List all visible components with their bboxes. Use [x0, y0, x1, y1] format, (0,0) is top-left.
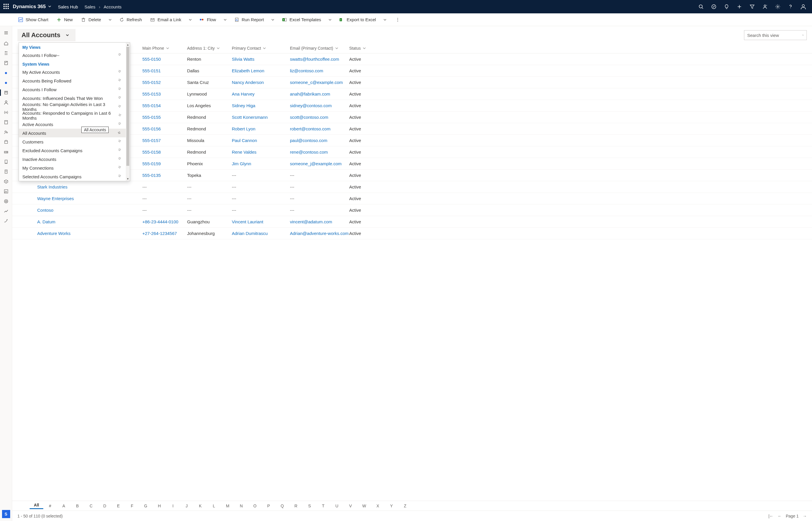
account-name-link[interactable]: A. Datum [37, 219, 142, 224]
pin-icon[interactable] [117, 156, 123, 163]
alpha-filter[interactable]: W [357, 503, 371, 508]
pin-icon[interactable] [117, 165, 123, 171]
view-option[interactable]: Customers [19, 137, 126, 146]
alpha-filter[interactable]: K [194, 503, 207, 508]
contact-cell[interactable]: Slivia Watts [232, 56, 290, 62]
view-option[interactable]: My Connections [19, 163, 126, 172]
col-status[interactable]: Status [349, 46, 378, 50]
more-commands-button[interactable] [393, 15, 402, 25]
email-cell[interactable]: someone_c@example.com [290, 80, 349, 85]
table-row[interactable]: 555-0150RentonSlivia Wattsswatts@fourthc… [12, 53, 812, 65]
lightbulb-icon[interactable] [720, 0, 733, 13]
rail-forecasts-icon[interactable] [0, 186, 12, 196]
alpha-filter[interactable]: Q [275, 503, 289, 508]
pin-icon[interactable] [117, 77, 123, 84]
delete-button[interactable]: Delete [77, 15, 104, 25]
rail-leads-icon[interactable] [0, 127, 12, 137]
table-row[interactable]: 555-0152Santa CruzNancy Andersonsomeone_… [12, 77, 812, 88]
table-row[interactable]: 555-0151DallasElizabeth Lemonliz@contoso… [12, 65, 812, 77]
alpha-filter[interactable]: S [303, 503, 316, 508]
table-row[interactable]: 555-0156RedmondRobert Lyonrobert@contoso… [12, 123, 812, 135]
alpha-filter[interactable]: T [316, 503, 330, 508]
breadcrumb-root[interactable]: Sales [85, 4, 96, 9]
rail-home-icon[interactable] [0, 38, 12, 48]
email-cell[interactable]: Adrian@adventure-works.com [290, 231, 349, 236]
alpha-filter[interactable]: G [139, 503, 153, 508]
email-cell[interactable]: rene@contoso.com [290, 150, 349, 155]
view-option[interactable]: Inactive Accounts [19, 155, 126, 163]
view-option[interactable]: Excluded Accounts Campaigns [19, 146, 126, 155]
run-report-split[interactable] [268, 15, 277, 25]
rail-goals-icon[interactable] [0, 196, 12, 206]
pin-icon[interactable] [117, 173, 123, 180]
table-row[interactable]: Adventure Works+27-264-1234567Johannesbu… [12, 228, 812, 239]
table-row[interactable]: 555-0157MissoulaPaul Cannonpaul@contoso.… [12, 135, 812, 146]
alpha-filter[interactable]: H [153, 503, 166, 508]
rail-pinned-icon[interactable] [0, 58, 12, 68]
refresh-button[interactable]: Refresh [116, 15, 145, 25]
view-option[interactable]: Accounts: No Campaign Activities in Last… [19, 103, 126, 111]
contact-cell[interactable]: Robert Lyon [232, 126, 290, 131]
phone-cell[interactable]: 555-0154 [142, 103, 187, 108]
scroll-thumb[interactable] [127, 47, 129, 166]
phone-cell[interactable]: 555-0150 [142, 56, 187, 62]
alpha-filter[interactable]: # [43, 503, 57, 508]
dropdown-scrollbar[interactable]: ▲ ▼ [126, 43, 130, 181]
help-icon[interactable] [784, 0, 797, 13]
view-option[interactable]: Active Accounts [19, 120, 126, 129]
prev-page-icon[interactable]: ← [778, 514, 782, 518]
pin-icon[interactable] [117, 147, 123, 154]
email-cell[interactable]: paul@contoso.com [290, 138, 349, 143]
alpha-filter[interactable]: I [166, 503, 180, 508]
view-option[interactable]: My Active Accounts [19, 68, 126, 76]
table-row[interactable]: 555-0135Topeka------Active [12, 169, 812, 181]
pin-icon[interactable] [117, 86, 123, 93]
contact-cell[interactable]: Scott Konersmann [232, 115, 290, 120]
phone-cell[interactable]: 555-0153 [142, 91, 187, 96]
pin-icon[interactable] [117, 95, 123, 101]
email-link-button[interactable]: Email a Link [146, 15, 185, 25]
pin-icon[interactable] [117, 138, 123, 145]
table-row[interactable]: 555-0154Los AngelesSidney Higasidney@con… [12, 100, 812, 112]
col-main-phone[interactable]: Main Phone [142, 46, 187, 50]
rail-competitors-icon[interactable] [0, 147, 12, 157]
scroll-down-icon[interactable]: ▼ [126, 177, 130, 181]
email-cell[interactable]: vincent@adatum.com [290, 219, 349, 224]
phone-cell[interactable]: 555-0135 [142, 173, 187, 178]
pin-icon[interactable] [118, 131, 122, 135]
contact-cell[interactable]: Ana Harvey [232, 91, 290, 96]
flow-button[interactable]: Flow [196, 15, 220, 25]
col-email[interactable]: Email (Primary Contact) [290, 46, 349, 50]
view-option[interactable]: Accounts I Follow-- [19, 51, 126, 60]
assistant-icon[interactable] [759, 0, 771, 13]
table-row[interactable]: Contoso------------Active [12, 204, 812, 216]
alpha-filter[interactable]: O [248, 503, 262, 508]
view-option[interactable]: Accounts: Influenced Deals That We Won [19, 94, 126, 103]
contact-cell[interactable]: Elizabeth Lemon [232, 68, 290, 73]
search-icon[interactable] [695, 0, 707, 13]
alpha-filter[interactable]: Y [385, 503, 398, 508]
alpha-filter[interactable]: P [262, 503, 275, 508]
contact-cell[interactable]: Adrian Dumitrascu [232, 231, 290, 236]
phone-cell[interactable]: 555-0151 [142, 68, 187, 73]
delete-split[interactable] [106, 15, 114, 25]
email-link-split[interactable] [186, 15, 195, 25]
table-row[interactable]: 555-0158RedmondRene Valdesrene@contoso.c… [12, 146, 812, 158]
account-name-link[interactable]: Adventure Works [37, 231, 142, 236]
view-option[interactable]: Accounts Being Followed [19, 76, 126, 85]
email-cell[interactable]: swatts@fourthcoffee.com [290, 56, 349, 62]
alpha-filter[interactable]: R [289, 503, 303, 508]
email-cell[interactable]: scott@contoso.com [290, 115, 349, 120]
view-option[interactable]: Accounts: Responded to Campaigns in Last… [19, 111, 126, 120]
email-cell[interactable]: liz@contoso.com [290, 68, 349, 73]
account-name-link[interactable]: Wayne Enterprises [37, 196, 142, 201]
search-view-box[interactable] [744, 30, 807, 40]
table-row[interactable]: 555-0153LynnwoodAna Harveyanah@fabrikam.… [12, 88, 812, 100]
alpha-filter[interactable]: All [30, 503, 43, 509]
export-excel-button[interactable]: X Export to Excel [336, 15, 379, 25]
brand-chevron-icon[interactable] [48, 4, 51, 9]
contact-cell[interactable]: Nancy Anderson [232, 80, 290, 85]
contact-cell[interactable]: Vincent Lauriant [232, 219, 290, 224]
pin-icon[interactable] [117, 121, 123, 128]
phone-cell[interactable]: 555-0152 [142, 80, 187, 85]
